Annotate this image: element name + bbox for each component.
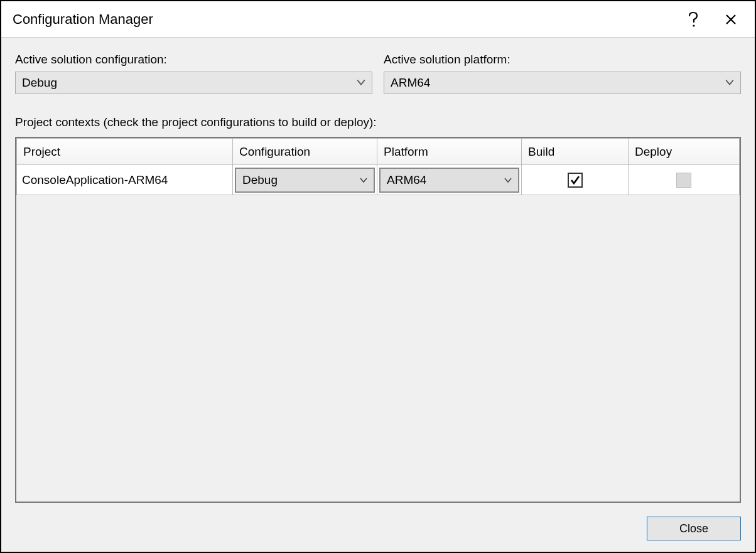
row-configuration-value: Debug (242, 173, 278, 187)
row-build-cell (522, 165, 628, 195)
table-row: ConsoleApplication-ARM64 Debug (17, 165, 740, 195)
project-contexts-label: Project contexts (check the project conf… (15, 115, 741, 129)
dialog-footer: Close (15, 503, 741, 540)
row-configuration-combo[interactable]: Debug (235, 168, 375, 193)
chevron-down-icon (357, 76, 365, 90)
active-config-value: Debug (22, 76, 57, 90)
dialog-title: Configuration Manager (13, 11, 674, 28)
table-header-row: Project Configuration Platform Build Dep… (17, 139, 740, 165)
active-platform-group: Active solution platform: ARM64 (384, 53, 741, 94)
project-contexts-table: Project Configuration Platform Build Dep… (16, 138, 740, 195)
deploy-checkbox (676, 173, 691, 188)
project-contexts-table-wrap: Project Configuration Platform Build Dep… (15, 137, 741, 503)
project-name-cell: ConsoleApplication-ARM64 (17, 173, 232, 187)
svg-point-0 (693, 24, 694, 26)
active-platform-value: ARM64 (391, 76, 430, 90)
col-build[interactable]: Build (522, 139, 629, 165)
chevron-down-icon (504, 173, 512, 187)
active-config-combo[interactable]: Debug (15, 72, 372, 94)
close-button[interactable]: Close (647, 517, 741, 540)
col-deploy[interactable]: Deploy (629, 139, 740, 165)
row-platform-value: ARM64 (387, 173, 426, 187)
col-configuration[interactable]: Configuration (233, 139, 377, 165)
chevron-down-icon (360, 173, 367, 187)
titlebar: Configuration Manager (1, 1, 755, 38)
help-button[interactable] (674, 1, 712, 38)
active-config-label: Active solution configuration: (15, 53, 372, 67)
row-deploy-cell (629, 165, 739, 195)
col-project[interactable]: Project (17, 139, 233, 165)
configuration-manager-dialog: Configuration Manager Active solution co… (0, 0, 756, 553)
row-platform-combo[interactable]: ARM64 (379, 168, 519, 193)
active-platform-combo[interactable]: ARM64 (384, 72, 741, 94)
close-button-label: Close (679, 522, 708, 535)
close-icon (725, 14, 737, 25)
col-platform[interactable]: Platform (377, 139, 522, 165)
check-icon (570, 174, 581, 186)
active-platform-label: Active solution platform: (384, 53, 741, 67)
solution-selectors-row: Active solution configuration: Debug Act… (15, 53, 741, 94)
chevron-down-icon (725, 76, 734, 90)
help-icon (688, 11, 698, 28)
close-window-button[interactable] (712, 1, 750, 38)
dialog-content: Active solution configuration: Debug Act… (1, 38, 755, 552)
active-config-group: Active solution configuration: Debug (15, 53, 372, 94)
build-checkbox[interactable] (568, 173, 583, 188)
